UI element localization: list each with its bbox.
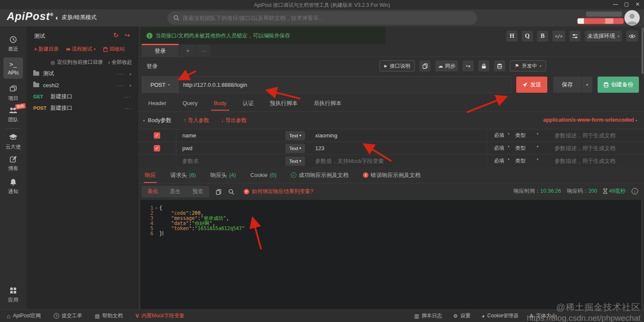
- nav-ambassador[interactable]: 云大使: [0, 134, 26, 151]
- create-backup-button[interactable]: 创建备份: [598, 77, 639, 93]
- more-actions-icon[interactable]: ···: [124, 105, 131, 111]
- recycle-bin-button[interactable]: 回收站: [103, 46, 125, 53]
- collapse-all-button[interactable]: ›全部收起: [108, 59, 132, 66]
- minimize-button[interactable]: —: [610, 1, 621, 7]
- copy-response-icon[interactable]: [216, 189, 221, 195]
- param-value-input[interactable]: [315, 132, 487, 139]
- more-actions-icon[interactable]: ···: [118, 82, 124, 88]
- new-directory-button[interactable]: +新建目录: [34, 46, 59, 53]
- beautify-button[interactable]: 美化: [141, 186, 164, 197]
- param-desc-input[interactable]: [555, 132, 640, 139]
- theme-toggle-icon[interactable]: ◐: [55, 14, 59, 21]
- param-type-select[interactable]: Text▾: [285, 157, 305, 166]
- save-dropdown-button[interactable]: ▾: [581, 77, 592, 93]
- param-required-select[interactable]: 必填▾: [487, 157, 513, 165]
- footer-cookie-manager[interactable]: ◕Cookie管理器: [482, 312, 519, 319]
- nav-notification[interactable]: 通知: [0, 178, 26, 195]
- param-desc-input[interactable]: [555, 145, 640, 151]
- param-type-select[interactable]: Text▾: [285, 131, 305, 140]
- expand-chevron-icon[interactable]: ›: [129, 71, 131, 77]
- tree-api-post[interactable]: POST 新建接口 ···: [26, 103, 138, 114]
- api-doc-button[interactable]: ▶接口说明: [380, 60, 415, 71]
- theme-toggle-label[interactable]: 皮肤/暗黑模式: [62, 14, 97, 21]
- param-enabled-checkbox[interactable]: ✓: [154, 145, 160, 151]
- tab-query[interactable]: Query: [182, 96, 198, 111]
- nav-recent[interactable]: 最近: [0, 36, 26, 53]
- footer-mock-link[interactable]: V内置Mock字段变量: [135, 312, 184, 319]
- sliders-icon[interactable]: [569, 31, 581, 42]
- eye-icon[interactable]: [626, 31, 638, 42]
- footer-font-size[interactable]: A字体大小: [529, 312, 556, 319]
- global-search[interactable]: [167, 11, 477, 25]
- tree-folder-ceshi[interactable]: 测试 ··· ›: [26, 68, 138, 79]
- nav-apis[interactable]: >_ APIs: [3, 57, 23, 79]
- tab-login[interactable]: 登录: [141, 44, 179, 57]
- search-input[interactable]: [183, 15, 471, 21]
- param-name-input[interactable]: [182, 132, 257, 139]
- tree-api-get[interactable]: GET 新建接口 ···: [26, 91, 138, 102]
- fold-caret-icon[interactable]: ▾: [153, 205, 159, 211]
- status-select[interactable]: ⚑开发中▾: [510, 60, 546, 71]
- tab-body[interactable]: Body: [213, 96, 227, 111]
- b-button[interactable]: B: [537, 31, 548, 42]
- param-name-input[interactable]: [182, 158, 257, 164]
- tab-response-headers[interactable]: 响应头(4): [210, 168, 237, 183]
- q-button[interactable]: Q: [522, 31, 533, 42]
- download-response-icon[interactable]: ↓: [632, 188, 638, 194]
- tab-pre-script[interactable]: 预执行脚本: [269, 95, 299, 111]
- preview-button[interactable]: 预览: [187, 186, 209, 197]
- footer-script-log[interactable]: ▥脚本日志: [414, 312, 442, 319]
- param-datatype-select[interactable]: 类型▾: [513, 145, 551, 152]
- tab-more-button[interactable]: ···: [197, 45, 210, 57]
- close-button[interactable]: ✕: [632, 1, 643, 7]
- tab-post-script[interactable]: 后执行脚本: [313, 95, 342, 111]
- copy-icon[interactable]: [420, 60, 431, 71]
- environment-select[interactable]: 未选择环境▾: [585, 31, 622, 42]
- footer-ticket-link[interactable]: ?提交工单: [54, 312, 82, 319]
- tab-auth[interactable]: 认证: [242, 95, 255, 111]
- sync-button[interactable]: ☁同步: [435, 60, 458, 71]
- tree-folder-ceshi2[interactable]: ceshi2 ··· ›: [26, 80, 138, 91]
- param-required-select[interactable]: 必填▾: [487, 132, 513, 139]
- param-value-input[interactable]: [315, 145, 487, 151]
- export-params-button[interactable]: ↓导出参数: [221, 117, 247, 124]
- h-doc-button[interactable]: H: [506, 31, 518, 42]
- history-icon[interactable]: [494, 60, 505, 71]
- share-icon[interactable]: ↪: [124, 31, 130, 39]
- more-actions-icon[interactable]: ···: [124, 94, 131, 100]
- param-required-select[interactable]: 必填▾: [487, 145, 513, 152]
- avatar[interactable]: [624, 10, 640, 26]
- more-actions-icon[interactable]: ···: [118, 71, 124, 77]
- new-tab-button[interactable]: +: [180, 45, 196, 57]
- save-button[interactable]: 保存: [553, 77, 581, 93]
- tab-cookie[interactable]: Cookie(0): [250, 168, 277, 182]
- method-select[interactable]: POST▾: [141, 76, 179, 93]
- param-datatype-select[interactable]: 类型▾: [513, 157, 551, 165]
- param-name-input[interactable]: [182, 145, 257, 151]
- footer-settings[interactable]: ⚙设置: [453, 312, 471, 319]
- scrollbar-thumb[interactable]: [641, 27, 644, 74]
- flow-test-button[interactable]: ▶▶流程测试▾: [66, 46, 95, 53]
- param-type-select[interactable]: Text▾: [285, 144, 305, 153]
- param-enabled-checkbox[interactable]: ✓: [154, 132, 160, 139]
- tab-header[interactable]: Header: [147, 96, 167, 111]
- import-params-button[interactable]: ↑导入参数: [184, 117, 209, 124]
- refresh-icon[interactable]: ↻: [113, 31, 119, 39]
- footer-help-link[interactable]: ▤帮助文档: [95, 312, 123, 319]
- send-button[interactable]: 发送: [516, 77, 547, 93]
- nav-team[interactable]: 协作 团队: [0, 106, 26, 123]
- footer-site-link[interactable]: ⌂ApiPost官网: [7, 312, 41, 319]
- code-snippet-icon[interactable]: </>: [552, 31, 565, 42]
- share-arrow-icon[interactable]: ↪: [463, 60, 474, 71]
- tab-success-example[interactable]: ✓成功响应示例及文档: [290, 168, 349, 183]
- nav-blog[interactable]: 博客: [0, 155, 26, 172]
- tab-request-headers[interactable]: 请求头(6): [170, 168, 197, 183]
- url-input[interactable]: [183, 82, 507, 88]
- bind-variable-help[interactable]: ? 如何绑定响应结果到变量?: [244, 188, 313, 195]
- lock-icon[interactable]: [478, 60, 489, 71]
- param-datatype-select[interactable]: 类型▾: [513, 132, 551, 139]
- locate-current-api-button[interactable]: ◎定位到当前接口目录: [51, 59, 103, 66]
- body-params-toggle[interactable]: ▾Body参数: [143, 117, 172, 124]
- nav-project[interactable]: 项目: [0, 85, 26, 102]
- search-response-icon[interactable]: [228, 189, 234, 195]
